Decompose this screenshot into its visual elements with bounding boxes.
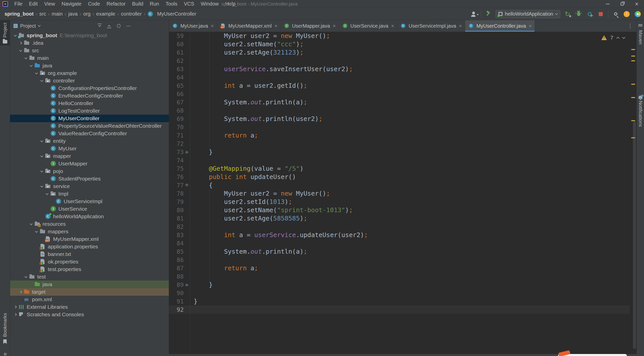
error-stripe[interactable]: [630, 32, 636, 356]
tree-row-myusermapper-xml[interactable]: <>MyUserMapper.xml: [10, 235, 169, 243]
tab-userservice-java[interactable]: IUserService.java×: [339, 20, 397, 32]
fold-marker-icon[interactable]: [185, 151, 188, 153]
menu-item-run[interactable]: Run: [147, 0, 163, 8]
code-line-76[interactable]: 76 public int updateUser(): [169, 173, 630, 181]
tree-row-scratches-and-consoles[interactable]: Scratches and Consoles: [10, 311, 169, 318]
code-line-80[interactable]: 80 user2.setName("sprint-boot-1013");: [169, 206, 630, 214]
tree-row-entity[interactable]: entity: [10, 137, 169, 145]
profiler-icon[interactable]: [586, 10, 593, 18]
tab-myuser-java[interactable]: CMyUser.java×: [169, 20, 217, 32]
tool-button-bookmarks[interactable]: Bookmarks: [0, 313, 10, 344]
code-line-72[interactable]: 72: [169, 140, 630, 148]
inspections-widget[interactable]: 7: [601, 35, 625, 41]
code-line-88[interactable]: 88: [169, 272, 630, 281]
code-line-82[interactable]: 82: [169, 222, 630, 231]
tree-row-banner-txt[interactable]: banner.txt: [10, 250, 169, 258]
tree-chevron-icon[interactable]: [33, 231, 40, 232]
tree-row-ok-properties[interactable]: ok.properties: [10, 258, 169, 265]
tool-button-project[interactable]: Project: [0, 20, 10, 46]
tree-chevron-icon[interactable]: [38, 171, 45, 172]
tree-row-target[interactable]: target: [10, 288, 169, 296]
collapse-all-icon[interactable]: [106, 23, 112, 29]
code-line-81[interactable]: 81 user2.setAge(5858585);: [169, 214, 630, 222]
code-line-85[interactable]: 85 System.out.println(a);: [169, 247, 630, 256]
code-line-70[interactable]: 70: [169, 123, 630, 131]
tree-row-userserviceimpl[interactable]: CUserServiceImpl: [10, 198, 169, 205]
tree-row-org-example[interactable]: org.example: [10, 69, 169, 77]
tree-row-hellocontroller[interactable]: CHelloController: [10, 100, 169, 107]
code-line-60[interactable]: 60 user2.setName("ccc");: [169, 40, 630, 48]
tree-chevron-icon[interactable]: [12, 35, 19, 36]
tab-close-icon[interactable]: ×: [391, 23, 394, 29]
tab-userserviceimpl-java[interactable]: CUserServiceImpl.java×: [397, 20, 465, 32]
breadcrumb-item[interactable]: CMyUserController: [146, 10, 198, 18]
menu-item-window[interactable]: Window: [197, 0, 222, 8]
code-line-87[interactable]: 87 return a;: [169, 264, 630, 272]
code-line-86[interactable]: 86: [169, 256, 630, 264]
close-icon[interactable]: ×: [629, 0, 644, 8]
warning-stripe-mark[interactable]: [631, 49, 635, 50]
code-line-63[interactable]: 63 userService.saveInsertUser(user2);: [169, 65, 630, 73]
search-icon[interactable]: [612, 10, 619, 18]
warning-stripe-mark[interactable]: [631, 60, 635, 61]
debug-icon[interactable]: [575, 10, 582, 18]
tree-chevron-icon[interactable]: [44, 193, 50, 195]
breadcrumb-item[interactable]: example: [95, 10, 117, 18]
breadcrumb-item[interactable]: spring_boot: [3, 10, 35, 18]
tree-row-application-properties[interactable]: application.properties: [10, 243, 169, 250]
scrollbar-thumb[interactable]: [633, 121, 636, 349]
tree-row-usermapper[interactable]: IUserMapper: [10, 160, 169, 167]
tab-close-icon[interactable]: ×: [333, 23, 336, 29]
tab-close-icon[interactable]: ×: [529, 23, 532, 29]
tree-row-java[interactable]: java: [10, 281, 169, 288]
code-area[interactable]: 59 MyUser user2 = new MyUser();60 user2.…: [169, 32, 630, 356]
tree-row-spring-boot[interactable]: spring_bootE:\learn\spring_boot: [10, 32, 169, 39]
tree-row-myusercontroller[interactable]: CMyUserController: [10, 115, 169, 122]
warning-stripe-mark[interactable]: [631, 120, 635, 121]
build-hammer-icon[interactable]: [485, 10, 492, 18]
breadcrumb-item[interactable]: controller: [119, 10, 143, 18]
tree-row-java[interactable]: java: [10, 62, 169, 69]
code-line-69[interactable]: 69 System.out.println(user2);: [169, 115, 630, 123]
user-icon[interactable]: [470, 10, 477, 18]
fold-marker-icon[interactable]: [185, 184, 188, 187]
tree-chevron-icon[interactable]: [17, 291, 24, 293]
tree-chevron-icon[interactable]: [38, 186, 45, 187]
menu-item-view[interactable]: View: [41, 0, 58, 8]
tree-row-envreaderconfigcontroller[interactable]: CEnvReaderConfigController: [10, 92, 169, 100]
breadcrumb-item[interactable]: src: [38, 10, 48, 18]
tree-row-resources[interactable]: resources: [10, 220, 169, 228]
next-warning-icon[interactable]: [622, 36, 625, 39]
code-line-62[interactable]: 62: [169, 57, 630, 65]
warning-stripe-mark[interactable]: [631, 137, 635, 138]
tool-button-structure[interactable]: Structure: [0, 353, 10, 356]
tree-chevron-icon[interactable]: [17, 50, 24, 51]
expand-all-icon[interactable]: [97, 23, 102, 29]
tree-row-test-properties[interactable]: test.properties: [10, 265, 169, 273]
tree-row-helloworldapplication[interactable]: ChelloWorldApplication: [10, 213, 169, 220]
tree-chevron-icon[interactable]: [38, 80, 45, 81]
code-line-91[interactable]: 91}: [169, 297, 630, 305]
menu-item-edit[interactable]: Edit: [26, 0, 41, 8]
minimize-icon[interactable]: [600, 0, 615, 8]
code-line-64[interactable]: 64: [169, 73, 630, 81]
prev-warning-icon[interactable]: [616, 37, 620, 40]
tab-options-kebab-icon[interactable]: ⋮: [624, 20, 636, 32]
code-line-79[interactable]: 79 user2.setId(1013);: [169, 198, 630, 206]
editor-empty-space[interactable]: [169, 314, 630, 354]
tree-row-mapper[interactable]: mapper: [10, 152, 169, 160]
tree-row-service[interactable]: service: [10, 183, 169, 190]
code-line-71[interactable]: 71 return a;: [169, 131, 630, 140]
tree-row--idea[interactable]: .idea: [10, 39, 169, 47]
tree-chevron-icon[interactable]: [28, 224, 34, 225]
tab-close-icon[interactable]: ×: [274, 23, 277, 29]
tree-chevron-icon[interactable]: [23, 276, 29, 278]
tree-row-studentproperties[interactable]: CStudentProperties: [10, 175, 169, 183]
menu-item-refactor[interactable]: Refactor: [103, 0, 129, 8]
menu-item-vcs[interactable]: VCS: [181, 0, 197, 8]
tree-row-test[interactable]: test: [10, 273, 169, 281]
code-line-92[interactable]: 92: [169, 305, 630, 314]
warning-stripe-mark[interactable]: [631, 97, 635, 98]
settings-icon[interactable]: [116, 23, 122, 29]
code-line-75[interactable]: 75 @GetMapping(value = "/5"): [169, 164, 630, 173]
